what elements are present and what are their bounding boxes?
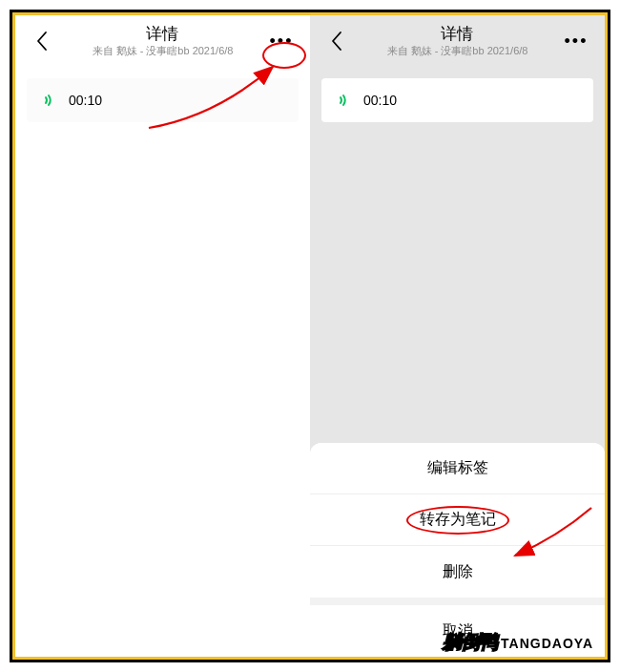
actionsheet-overlay[interactable]: 编辑标签 转存为笔记 删除 取消 bbox=[310, 15, 605, 657]
panel-before: 详情 来自 鹅妹 - 没事瞎bb 2021/6/8 ••• 00:10 bbox=[15, 15, 310, 657]
sheet-item-save-note[interactable]: 转存为笔记 bbox=[310, 494, 605, 546]
more-button[interactable]: ••• bbox=[260, 15, 302, 67]
nav-header: 详情 来自 鹅妹 - 没事瞎bb 2021/6/8 ••• bbox=[15, 15, 310, 67]
tutorial-frame: 详情 来自 鹅妹 - 没事瞎bb 2021/6/8 ••• 00:10 bbox=[10, 10, 610, 662]
watermark: 躺倒鸭 TANGDAOYA bbox=[443, 629, 593, 655]
watermark-text: TANGDAOYA bbox=[501, 636, 593, 651]
page-title: 详情 bbox=[146, 25, 178, 44]
voice-wave-icon bbox=[42, 92, 59, 109]
panel-after: 详情 来自 鹅妹 - 没事瞎bb 2021/6/8 ••• 00:10 bbox=[310, 15, 605, 657]
sheet-item-label: 删除 bbox=[443, 562, 473, 582]
page-subtitle: 来自 鹅妹 - 没事瞎bb 2021/6/8 bbox=[93, 45, 234, 57]
actionsheet: 编辑标签 转存为笔记 删除 取消 bbox=[310, 443, 605, 657]
title-block: 详情 来自 鹅妹 - 没事瞎bb 2021/6/8 bbox=[93, 25, 234, 58]
more-dots-icon: ••• bbox=[270, 32, 294, 52]
sheet-item-label: 转存为笔记 bbox=[420, 510, 496, 530]
sheet-divider bbox=[310, 598, 605, 605]
sheet-item-label: 编辑标签 bbox=[427, 458, 488, 478]
screenshot-panels: 详情 来自 鹅妹 - 没事瞎bb 2021/6/8 ••• 00:10 bbox=[15, 15, 605, 657]
chevron-left-icon bbox=[35, 31, 49, 52]
voice-message-card[interactable]: 00:10 bbox=[27, 78, 299, 122]
sheet-item-delete[interactable]: 删除 bbox=[310, 546, 605, 598]
sheet-item-edit-tag[interactable]: 编辑标签 bbox=[310, 443, 605, 494]
voice-duration: 00:10 bbox=[69, 93, 102, 108]
watermark-logo: 躺倒鸭 bbox=[443, 629, 497, 655]
back-button[interactable] bbox=[23, 15, 61, 67]
